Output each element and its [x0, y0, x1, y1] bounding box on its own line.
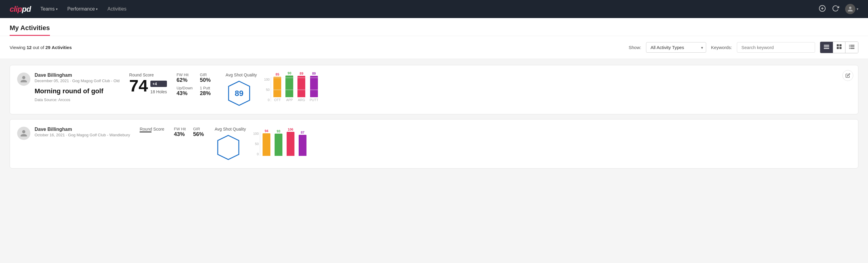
- activities-list: Dave Billingham December 05, 2021 · Gog …: [0, 59, 868, 179]
- chart-bar-app-2: 93: [275, 129, 282, 156]
- nav-performance[interactable]: Performance ▾: [67, 6, 98, 12]
- card-info-1: Dave Billingham December 05, 2021 · Gog …: [35, 72, 120, 102]
- activity-type-filter[interactable]: All Activity Types ▾: [646, 42, 706, 53]
- fw-hit-label-1: FW Hit 62%: [177, 72, 192, 83]
- chart-bar-ott-1: 85 OTT: [273, 72, 281, 102]
- holes-1: 18 Holes: [150, 89, 167, 94]
- card-left-1: Dave Billingham December 05, 2021 · Gog …: [17, 72, 120, 102]
- chart-bar-arg-2: 106: [287, 127, 294, 156]
- svg-rect-6: [837, 44, 839, 46]
- shot-quality-chart-2: 100 50 0 94 93 10: [253, 132, 307, 156]
- activity-card-2: Dave Billingham October 16, 2021 · Gog M…: [10, 119, 858, 169]
- updown-label-1: Up/Down 43%: [177, 86, 192, 96]
- keyword-search-input[interactable]: [737, 42, 815, 53]
- avatar-1: [17, 72, 30, 86]
- gir-label-1: GIR 50%: [200, 72, 216, 83]
- svg-rect-14: [849, 46, 850, 47]
- gir-2: GIR 56%: [193, 127, 205, 138]
- svg-rect-8: [837, 47, 839, 49]
- nav-action-icons: ▾: [819, 4, 858, 14]
- oneputt-label-1: 1 Putt 28%: [200, 86, 216, 96]
- card-left-2: Dave Billingham October 16, 2021 · Gog M…: [17, 127, 130, 140]
- card-date-1: December 05, 2021 · Gog Magog Golf Club …: [35, 79, 120, 83]
- page-header: My Activities: [0, 18, 868, 36]
- svg-rect-12: [850, 48, 855, 49]
- card-source-1: Data Source: Arccos: [35, 97, 120, 102]
- stats-grid-2: FW Hit 43% GIR 56%: [174, 127, 205, 138]
- page-title: My Activities: [10, 18, 50, 36]
- svg-rect-7: [839, 44, 841, 46]
- quality-section-1: Avg Shot Quality 89 100 50 0: [225, 72, 851, 107]
- chart-bar-putt-2: 87: [299, 130, 307, 156]
- avatar-chevron-icon: ▾: [857, 7, 858, 11]
- quality-section-2: Avg Shot Quality 100 50 0 94: [215, 127, 851, 161]
- quality-display-2: Avg Shot Quality: [215, 127, 246, 161]
- stats-grid-1: FW Hit 62% GIR 50% Up/Down 43% 1 Putt 28…: [177, 72, 216, 96]
- grid-view-button[interactable]: [833, 42, 845, 53]
- round-score-1: Round Score 74 +4 18 Holes: [129, 72, 167, 94]
- score-display-1: 74 +4 18 Holes: [129, 77, 167, 94]
- show-label: Show:: [629, 45, 641, 50]
- chart-bar-ott-2: 94: [262, 129, 270, 156]
- chart-bar-putt-1: 89 PUTT: [309, 71, 318, 102]
- svg-marker-17: [218, 136, 239, 159]
- toolbar: Viewing 12 out of 29 Activities Show: Al…: [0, 36, 868, 59]
- list-compact-view-button[interactable]: [820, 42, 833, 53]
- card-title-1: Morning round of golf: [35, 87, 120, 95]
- card-user-name-2: Dave Billingham: [35, 127, 130, 132]
- activity-card-1: Dave Billingham December 05, 2021 · Gog …: [10, 65, 858, 114]
- activity-type-select[interactable]: All Activity Types: [646, 42, 706, 53]
- navbar: clippd Teams ▾ Performance ▾ Activities: [0, 0, 868, 18]
- performance-chevron-icon: ▾: [96, 7, 98, 11]
- quality-num-1: 89: [235, 89, 244, 98]
- svg-rect-4: [824, 46, 829, 47]
- svg-rect-5: [824, 48, 829, 49]
- card-user-name-1: Dave Billingham: [35, 72, 120, 78]
- teams-chevron-icon: ▾: [56, 7, 58, 11]
- round-score-2: Round Score: [140, 127, 164, 133]
- shot-quality-chart-1: 100 50 0 85 OTT: [264, 78, 318, 102]
- quality-display-1: Avg Shot Quality 89: [225, 72, 257, 107]
- card-date-2: October 16, 2021 · Gog Magog Golf Club -…: [35, 133, 130, 137]
- chart-bar-app-1: 90 APP: [285, 71, 293, 102]
- refresh-button[interactable]: [832, 5, 839, 13]
- edit-button-1[interactable]: [842, 70, 853, 81]
- score-diff-1: +4: [150, 81, 167, 87]
- svg-rect-15: [849, 48, 850, 49]
- nav-activities[interactable]: Activities: [107, 6, 126, 12]
- svg-rect-3: [824, 45, 829, 46]
- svg-rect-9: [839, 47, 841, 49]
- user-avatar-button[interactable]: ▾: [845, 4, 858, 14]
- quality-hex-2: [215, 134, 242, 161]
- avatar-2: [17, 127, 30, 140]
- logo[interactable]: clippd: [10, 4, 31, 14]
- quality-hex-1: 89: [225, 80, 253, 107]
- nav-teams[interactable]: Teams ▾: [40, 6, 58, 12]
- svg-rect-11: [850, 46, 855, 47]
- score-details-1: +4 18 Holes: [150, 81, 167, 94]
- chart-bar-arg-1: 89 ARG: [298, 71, 305, 102]
- card-info-2: Dave Billingham October 16, 2021 · Gog M…: [35, 127, 130, 137]
- fw-hit-2: FW Hit 43%: [174, 127, 186, 138]
- viewing-count-text: Viewing 12 out of 29 Activities: [10, 45, 624, 50]
- list-detail-view-button[interactable]: [845, 42, 858, 53]
- add-button[interactable]: [819, 5, 826, 13]
- keywords-label: Keywords:: [711, 45, 732, 50]
- view-toggle-buttons: [820, 41, 858, 53]
- avatar: [845, 4, 856, 14]
- svg-rect-10: [850, 45, 855, 46]
- svg-rect-13: [849, 45, 850, 46]
